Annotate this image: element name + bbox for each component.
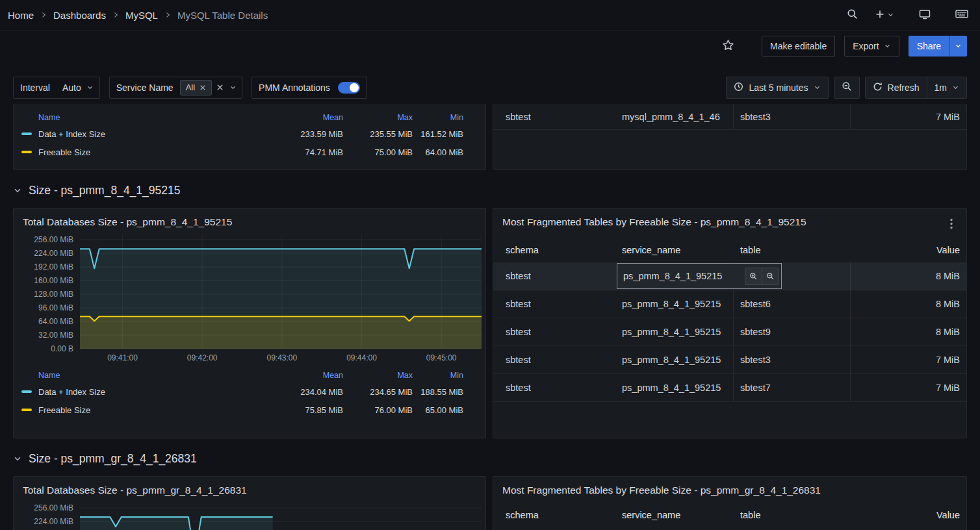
breadcrumb-item[interactable]: MySQL: [125, 10, 158, 21]
cell-value[interactable]: 8 MiB: [851, 318, 966, 346]
legend-header-name[interactable]: Name: [21, 113, 272, 122]
cell-value[interactable]: 7 MiB: [851, 104, 966, 129]
legend-value: 64.00 MiB: [413, 147, 463, 157]
cell-value[interactable]: 7 MiB: [851, 346, 966, 373]
pmm-annotations-toggle[interactable]: [338, 82, 360, 94]
cell-table[interactable]: sbtest6: [734, 290, 851, 318]
legend-header-mean[interactable]: Mean: [272, 371, 343, 380]
column-header-schema[interactable]: schema: [493, 503, 617, 527]
breadcrumb-item[interactable]: Dashboards: [53, 10, 106, 21]
cell-schema[interactable]: sbtest: [493, 262, 617, 290]
table-row[interactable]: sbtestps_pmm_8_4_1_95215sbtest68 MiB: [493, 290, 966, 318]
series-color-swatch: [21, 409, 32, 411]
cell-table[interactable]: sbtest3: [734, 346, 851, 373]
keyboard-shortcuts-button[interactable]: [951, 5, 972, 25]
remove-tag-icon[interactable]: [200, 84, 206, 91]
cell-value[interactable]: 7 MiB: [851, 374, 966, 401]
legend-series-name[interactable]: Freeable Size: [38, 147, 90, 157]
fragmented-tables-table: schemaservice_nametableValue: [493, 503, 966, 527]
interval-select[interactable]: Auto: [57, 77, 99, 98]
x-axis-label: 09:43:00: [266, 353, 297, 362]
legend-header-min[interactable]: Min: [413, 371, 463, 380]
chevron-down-icon: [955, 41, 962, 51]
section-row-size-26831[interactable]: Size - ps_pmm_gr_8_4_1_26831: [13, 449, 967, 468]
column-header-schema[interactable]: schema: [493, 238, 617, 262]
keyboard-icon: [955, 9, 968, 21]
clear-selection-icon[interactable]: [212, 84, 228, 91]
refresh-interval-select[interactable]: 1m: [927, 77, 967, 99]
column-header-value[interactable]: Value: [851, 238, 966, 262]
cell-schema[interactable]: sbtest: [493, 104, 617, 129]
column-header-table[interactable]: table: [734, 238, 851, 262]
cell-service-name[interactable]: ps_pmm_8_4_1_95215: [617, 290, 734, 318]
cell-service-name[interactable]: ps_pmm_8_4_1_95215: [617, 374, 734, 401]
time-series-chart: 256.00 MiB224.00 MiB192.00 MiB160.00 MiB…: [14, 231, 485, 364]
table-row[interactable]: sbtestps_pmm_8_4_1_95215sbtest98 MiB: [493, 318, 966, 346]
cell-schema[interactable]: sbtest: [493, 374, 617, 401]
favorite-star-button[interactable]: [718, 35, 738, 57]
legend-header-max[interactable]: Max: [343, 113, 413, 122]
cell-schema[interactable]: sbtest: [493, 318, 617, 346]
column-header-service_name[interactable]: service_name: [617, 503, 734, 527]
time-range-picker[interactable]: Last 5 minutes: [726, 77, 828, 99]
cell-value[interactable]: 8 MiB: [851, 290, 966, 318]
legend-header-mean[interactable]: Mean: [272, 113, 343, 122]
filter-for-value-icon[interactable]: [745, 268, 762, 284]
make-editable-button[interactable]: Make editable: [762, 36, 835, 57]
y-axis-label: 256.00 MiB: [34, 503, 73, 512]
legend-series-name[interactable]: Data + Index Size: [38, 129, 105, 139]
cell-service-name[interactable]: ps_pmm_8_4_1_95215: [617, 318, 734, 346]
panel-row-size-95215: Total Databases Size - ps_pmm_8_4_1_9521…: [13, 208, 967, 438]
cell-service-name[interactable]: ps_pmm_8_4_1_95215: [623, 271, 741, 281]
refresh-controls: Refresh 1m: [865, 77, 967, 99]
plot-area: [80, 234, 482, 351]
refresh-button[interactable]: Refresh: [865, 77, 927, 99]
fragmented-tables-table: sbtestmysql_pmm_8_4_1_46sbtest37 MiB: [493, 104, 966, 130]
series-color-swatch: [21, 132, 32, 135]
x-axis: 09:41:0009:42:0009:43:0009:44:0009:45:00: [80, 351, 482, 364]
time-series-plot[interactable]: [80, 503, 482, 530]
service-name-selected-tag[interactable]: All: [180, 80, 212, 95]
legend-series-name[interactable]: Freeable Size: [38, 405, 90, 415]
table-row[interactable]: sbtestps_pmm_8_4_1_95215sbtest37 MiB: [493, 346, 966, 374]
cell-value[interactable]: 8 MiB: [851, 262, 966, 290]
panel-title[interactable]: Most Fragmented Tables by Freeable Size …: [502, 216, 806, 228]
legend-header-name[interactable]: Name: [21, 371, 272, 380]
pmm-annotations-control: PMM Annotations: [251, 77, 367, 99]
time-series-plot[interactable]: [80, 234, 482, 351]
column-header-service_name[interactable]: service_name: [617, 238, 734, 262]
pmm-annotations-label: PMM Annotations: [252, 82, 337, 93]
legend-header-min[interactable]: Min: [413, 113, 463, 122]
search-button[interactable]: [843, 5, 862, 25]
panel-title[interactable]: Total Databases Size - ps_pmm_gr_8_4_1_2…: [14, 477, 485, 499]
cell-table[interactable]: sbtest3: [734, 104, 851, 129]
table-row[interactable]: sbtest8 MiBps_pmm_8_4_1_95215: [493, 262, 966, 290]
legend-series-name[interactable]: Data + Index Size: [38, 387, 105, 397]
section-row-size-95215[interactable]: Size - ps_pmm_8_4_1_95215: [13, 181, 967, 200]
kiosk-mode-button[interactable]: [915, 5, 935, 25]
panel-title[interactable]: Most Fragmented Tables by Freeable Size …: [502, 485, 821, 496]
table-row[interactable]: sbtestps_pmm_8_4_1_95215sbtest77 MiB: [493, 374, 966, 402]
cell-service-name[interactable]: ps_pmm_8_4_1_95215: [617, 346, 734, 373]
legend-value: 76.00 MiB: [343, 405, 413, 415]
cell-table[interactable]: sbtest7: [734, 374, 851, 401]
zoom-out-time-button[interactable]: [834, 77, 860, 99]
panel-total-databases-size-1: Total Databases Size - ps_pmm_8_4_1_9521…: [13, 208, 486, 438]
export-button[interactable]: Export: [844, 36, 899, 57]
cell-table[interactable]: sbtest9: [734, 318, 851, 346]
breadcrumb-item[interactable]: Home: [8, 10, 34, 21]
share-menu-button[interactable]: [949, 36, 967, 57]
column-header-value[interactable]: Value: [851, 503, 966, 527]
cell-service-name[interactable]: mysql_pmm_8_4_1_46: [617, 104, 734, 129]
table-row[interactable]: sbtestmysql_pmm_8_4_1_46sbtest37 MiB: [493, 104, 966, 130]
cell-schema[interactable]: sbtest: [493, 290, 617, 318]
panel-title[interactable]: Total Databases Size - ps_pmm_8_4_1_9521…: [14, 208, 485, 231]
legend-header-max[interactable]: Max: [343, 371, 413, 380]
filter-out-value-icon[interactable]: [762, 268, 778, 284]
panel-menu-icon[interactable]: [946, 216, 957, 231]
column-header-table[interactable]: table: [734, 503, 851, 527]
cell-schema[interactable]: sbtest: [493, 346, 617, 373]
share-button[interactable]: Share: [909, 36, 949, 57]
service-dropdown-caret-icon[interactable]: [228, 84, 242, 91]
add-new-button[interactable]: [871, 5, 898, 25]
